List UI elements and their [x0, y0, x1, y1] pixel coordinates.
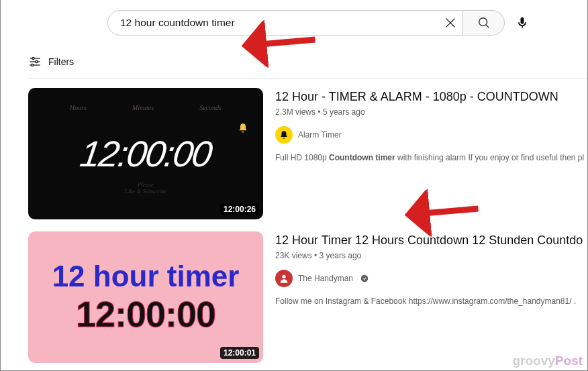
bell-icon — [238, 123, 248, 136]
thumbnail-digits: 12:00:00 — [76, 293, 215, 335]
video-thumbnail[interactable]: 12 hour timer 12:00:00 12:00:01 — [28, 231, 263, 363]
thumbnail-headline: 12 hour timer — [52, 260, 240, 293]
video-duration: 12:00:26 — [220, 203, 259, 215]
video-duration: 12:00:01 — [220, 347, 259, 359]
thumbnail-subtext: Please Like & Subscribe — [125, 182, 167, 195]
thumbnail-labels: Hours Minutes Seconds — [28, 104, 263, 111]
video-thumbnail[interactable]: Hours Minutes Seconds 12:00:00 Please Li… — [28, 88, 263, 219]
thumbnail-digits: 12:00:00 — [78, 133, 214, 174]
